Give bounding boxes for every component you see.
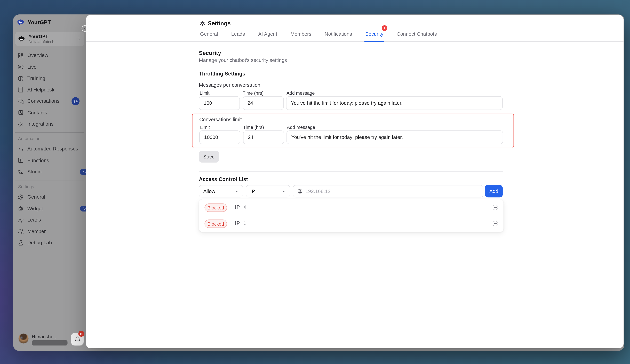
acl-action-value: Allow xyxy=(203,188,215,194)
minus-circle-icon xyxy=(492,204,498,211)
conversations-icon xyxy=(18,98,24,104)
reply-icon xyxy=(18,146,24,152)
chevron-left-icon xyxy=(83,26,87,31)
sidebar-item-label: General xyxy=(28,194,45,200)
integrations-icon xyxy=(18,121,24,127)
sidebar-item-ai-helpdesk[interactable]: AI Helpdesk xyxy=(13,84,86,96)
acl-entry-type: IP xyxy=(235,220,240,226)
acl-ip-input[interactable] xyxy=(306,188,458,194)
remove-entry-button[interactable] xyxy=(492,204,498,211)
tab-leads[interactable]: Leads xyxy=(230,31,246,41)
sidebar-item-label: Functions xyxy=(28,158,49,163)
sidebar-item-general[interactable]: General xyxy=(13,191,86,203)
acl-add-button[interactable]: Add xyxy=(485,185,503,197)
messages-group-title: Messages per conversation xyxy=(199,82,260,88)
sidebar-item-training[interactable]: Training xyxy=(13,73,86,84)
sidebar-item-label: Integrations xyxy=(28,121,54,127)
blocked-status-badge: Blocked xyxy=(204,203,227,212)
tab-connect-chatbots[interactable]: Connect Chatbots xyxy=(396,31,438,41)
sidebar-item-contacts[interactable]: Contacts xyxy=(13,107,86,118)
acl-type-select[interactable]: IP xyxy=(246,185,290,197)
bot-icon xyxy=(18,205,24,211)
sidebar-nav-main: Overview Live Training AI Helpdesk Conve… xyxy=(13,50,86,130)
sidebar-item-label: Conversations xyxy=(28,98,60,104)
conversations-message-input[interactable] xyxy=(286,130,503,144)
screen: YourGPT YourGPT Delta4 Infotech Overview xyxy=(0,0,630,364)
sidebar-nav-settings: General Widget New Leads Member De xyxy=(13,191,86,249)
sidebar-item-functions[interactable]: Functions xyxy=(13,155,86,166)
sidebar-divider xyxy=(15,181,84,181)
settings-tabs: General Leads AI Agent Members Notificat… xyxy=(86,29,624,42)
live-icon xyxy=(18,64,24,70)
chevron-down-icon xyxy=(282,189,286,193)
users-icon xyxy=(18,228,24,234)
brand-name: YourGPT xyxy=(28,19,51,25)
section-divider xyxy=(199,171,502,172)
message-label: Add message xyxy=(287,125,315,130)
automation-section-header: Automation xyxy=(18,136,40,141)
limit-label: Limit xyxy=(200,125,210,130)
sidebar-item-conversations[interactable]: Conversations 9+ xyxy=(13,96,86,107)
sidebar-item-automated-responses[interactable]: Automated Responses xyxy=(13,143,86,155)
sidebar-item-label: Widget xyxy=(28,206,43,211)
conversations-time-input[interactable] xyxy=(243,130,284,144)
chevron-down-icon xyxy=(234,189,239,193)
user-check-icon xyxy=(18,217,24,223)
chevrons-up-down-icon xyxy=(77,36,81,41)
robot-icon xyxy=(16,18,24,26)
acl-entry-type: IP xyxy=(235,204,240,210)
limit-label: Limit xyxy=(200,91,210,95)
sidebar-item-label: Studio xyxy=(28,169,42,175)
remove-entry-button[interactable] xyxy=(492,220,498,227)
robot-icon xyxy=(18,36,25,42)
sidebar-item-overview[interactable]: Overview xyxy=(13,50,86,61)
messages-limit-input[interactable] xyxy=(199,96,240,110)
sidebar-item-member[interactable]: Member xyxy=(13,226,86,237)
save-button[interactable]: Save xyxy=(199,151,219,163)
workspace-selector[interactable]: YourGPT Delta4 Infotech xyxy=(15,32,84,46)
contacts-icon xyxy=(18,110,24,116)
sidebar-item-leads[interactable]: Leads xyxy=(13,214,86,226)
sidebar-item-label: Debug Lab xyxy=(28,240,52,246)
acl-entry-value: 1 xyxy=(244,220,246,226)
bell-icon xyxy=(74,336,80,343)
message-label: Add message xyxy=(286,91,315,95)
avatar[interactable] xyxy=(18,333,28,344)
acl-type-value: IP xyxy=(250,188,255,194)
gear-icon xyxy=(18,194,24,200)
sidebar-item-widget[interactable]: Widget New xyxy=(13,203,86,214)
tab-notifications[interactable]: Notifications xyxy=(324,31,353,41)
sidebar-item-label: Leads xyxy=(28,217,41,223)
tab-members[interactable]: Members xyxy=(290,31,312,41)
settings-modal: Settings General Leads AI Agent Members … xyxy=(86,15,624,348)
acl-entry-value: 4 xyxy=(244,204,246,210)
sidebar-item-label: Training xyxy=(28,75,46,81)
sidebar-item-label: Member xyxy=(28,229,46,234)
conversations-limit-input[interactable] xyxy=(199,130,240,144)
time-label: Time (hrs) xyxy=(243,125,264,130)
user-email-redacted xyxy=(32,340,68,346)
tab-ai-agent[interactable]: AI Agent xyxy=(258,31,278,41)
brand: YourGPT xyxy=(16,18,51,26)
acl-controls: Allow IP Add xyxy=(199,185,503,197)
acl-list: Blocked IP 4 Blocked IP 1 xyxy=(199,199,503,232)
workspace-org: Delta4 Infotech xyxy=(28,40,54,44)
sidebar-item-integrations[interactable]: Integrations xyxy=(13,118,86,130)
function-icon xyxy=(18,158,24,163)
sidebar-item-live[interactable]: Live xyxy=(13,61,86,73)
sidebar-collapse-button[interactable] xyxy=(82,25,88,32)
workspace-texts: YourGPT Delta4 Infotech xyxy=(28,34,54,44)
sidebar-item-debug-lab[interactable]: Debug Lab xyxy=(13,237,86,249)
acl-action-select[interactable]: Allow xyxy=(199,185,243,197)
messages-message-input[interactable] xyxy=(286,96,503,110)
page-title: Security xyxy=(199,50,221,56)
messages-time-input[interactable] xyxy=(243,96,284,110)
conversations-group-title: Conversations limit xyxy=(199,117,242,122)
tab-security[interactable]: Security 1 xyxy=(364,31,384,42)
flask-icon xyxy=(18,240,24,246)
throttling-heading: Throttling Settings xyxy=(199,71,245,76)
sidebar-divider xyxy=(15,132,84,133)
tab-general[interactable]: General xyxy=(199,31,219,41)
acl-entry-row: Blocked IP 1 xyxy=(199,215,503,232)
sidebar-item-studio[interactable]: Studio New xyxy=(13,166,86,178)
